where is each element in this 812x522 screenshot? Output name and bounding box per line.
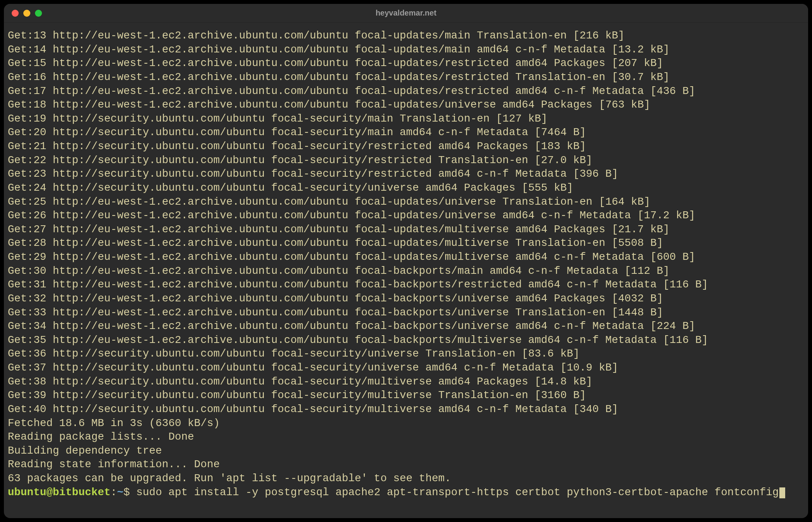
window-controls [12, 10, 42, 17]
terminal-output-line: Get:15 http://eu-west-1.ec2.archive.ubun… [8, 57, 663, 69]
terminal-output-line: Get:34 http://eu-west-1.ec2.archive.ubun… [8, 320, 695, 332]
terminal-output-line: Get:38 http://security.ubuntu.com/ubuntu… [8, 376, 592, 388]
terminal-output-line: Get:30 http://eu-west-1.ec2.archive.ubun… [8, 265, 669, 277]
terminal-output-line: Reading package lists... Done [8, 431, 194, 443]
terminal-output-line: Get:16 http://eu-west-1.ec2.archive.ubun… [8, 71, 669, 83]
terminal-output-line: Get:37 http://security.ubuntu.com/ubuntu… [8, 362, 618, 374]
terminal-output-line: Get:22 http://security.ubuntu.com/ubuntu… [8, 154, 592, 166]
terminal-output-line: Get:26 http://eu-west-1.ec2.archive.ubun… [8, 209, 695, 221]
terminal-output-line: Get:28 http://eu-west-1.ec2.archive.ubun… [8, 237, 663, 249]
window-title: heyvaldemar.net [4, 9, 808, 17]
titlebar[interactable]: heyvaldemar.net [4, 4, 808, 23]
terminal-output-line: Building dependency tree [8, 445, 162, 457]
terminal-output-line: Get:18 http://eu-west-1.ec2.archive.ubun… [8, 99, 650, 111]
terminal-output-line: Get:24 http://security.ubuntu.com/ubuntu… [8, 182, 573, 194]
terminal-output-line: Get:14 http://eu-west-1.ec2.archive.ubun… [8, 44, 669, 56]
minimize-icon[interactable] [23, 10, 30, 17]
terminal-output-line: Get:29 http://eu-west-1.ec2.archive.ubun… [8, 251, 695, 263]
terminal-output-line: Get:36 http://security.ubuntu.com/ubuntu… [8, 348, 580, 360]
terminal-output-line: Get:33 http://eu-west-1.ec2.archive.ubun… [8, 306, 663, 318]
terminal-output-line: Reading state information... Done [8, 458, 220, 470]
terminal-output-line: Get:21 http://security.ubuntu.com/ubuntu… [8, 140, 586, 152]
terminal-body[interactable]: Get:13 http://eu-west-1.ec2.archive.ubun… [4, 23, 808, 518]
terminal-output-line: 63 packages can be upgraded. Run 'apt li… [8, 472, 451, 484]
prompt-user-host: ubuntu@bitbucket [8, 486, 111, 498]
prompt-path: ~ [117, 486, 124, 498]
terminal-output-line: Get:23 http://security.ubuntu.com/ubuntu… [8, 168, 618, 180]
terminal-output-line: Get:13 http://eu-west-1.ec2.archive.ubun… [8, 30, 625, 42]
terminal-window: heyvaldemar.net Get:13 http://eu-west-1.… [4, 4, 808, 518]
terminal-output-line: Get:32 http://eu-west-1.ec2.archive.ubun… [8, 292, 663, 304]
terminal-output-line: Get:35 http://eu-west-1.ec2.archive.ubun… [8, 334, 708, 346]
zoom-icon[interactable] [35, 10, 42, 17]
terminal-output-line: Fetched 18.6 MB in 3s (6360 kB/s) [8, 417, 220, 429]
terminal-output-line: Get:19 http://security.ubuntu.com/ubuntu… [8, 113, 547, 125]
terminal-output-line: Get:40 http://security.ubuntu.com/ubuntu… [8, 403, 618, 415]
terminal-output-line: Get:39 http://security.ubuntu.com/ubuntu… [8, 389, 586, 401]
terminal-output-line: Get:17 http://eu-west-1.ec2.archive.ubun… [8, 85, 695, 97]
cursor-icon [779, 487, 785, 498]
terminal-output-line: Get:27 http://eu-west-1.ec2.archive.ubun… [8, 223, 669, 235]
prompt-command[interactable]: sudo apt install -y postgresql apache2 a… [136, 486, 779, 498]
terminal-output-line: Get:25 http://eu-west-1.ec2.archive.ubun… [8, 196, 650, 208]
terminal-output-line: Get:20 http://security.ubuntu.com/ubuntu… [8, 126, 586, 138]
prompt-colon: : [111, 486, 117, 498]
close-icon[interactable] [12, 10, 19, 17]
prompt-symbol: $ [124, 486, 130, 498]
terminal-output-line: Get:31 http://eu-west-1.ec2.archive.ubun… [8, 278, 708, 291]
